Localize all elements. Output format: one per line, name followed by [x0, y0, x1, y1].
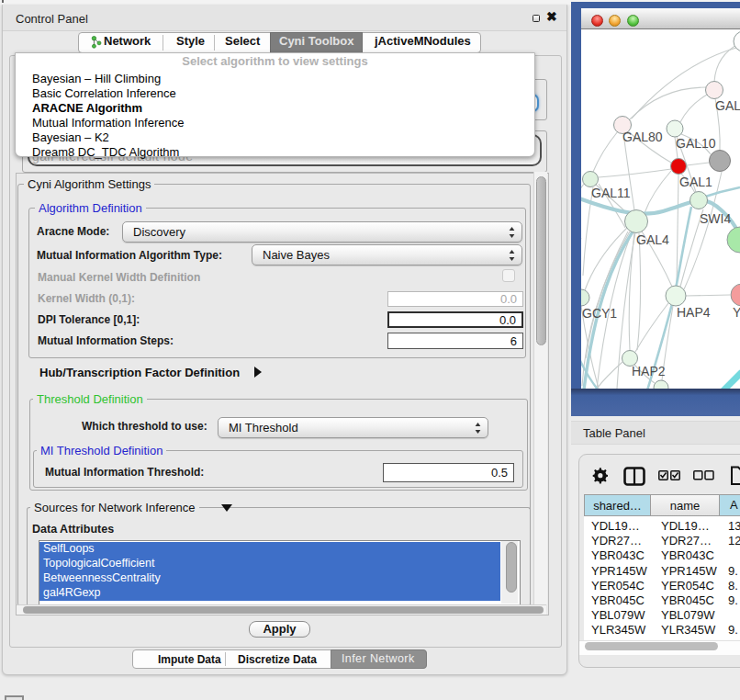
- svg-text:HAP2: HAP2: [632, 364, 666, 378]
- svg-text:GAL80: GAL80: [622, 130, 663, 144]
- svg-text:GAL4: GAL4: [636, 232, 669, 247]
- svg-text:HAP4: HAP4: [677, 305, 711, 320]
- svg-text:GAL10: GAL10: [676, 136, 716, 151]
- svg-text:Y: Y: [733, 305, 740, 320]
- svg-text:GAL8: GAL8: [715, 98, 740, 113]
- svg-text:GCY1: GCY1: [582, 306, 617, 321]
- svg-text:GAL11: GAL11: [591, 186, 631, 200]
- svg-text:SWI4: SWI4: [700, 211, 731, 226]
- svg-text:GAL1: GAL1: [679, 175, 712, 189]
